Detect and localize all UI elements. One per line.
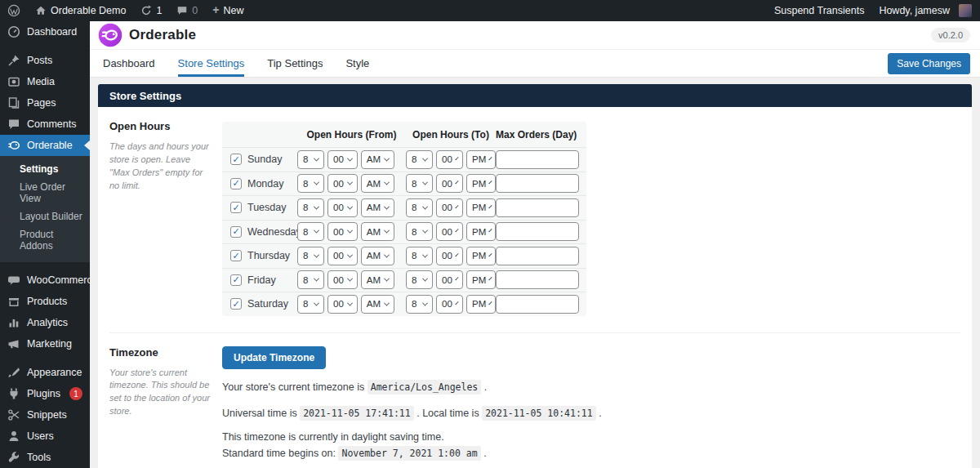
to-ampm-select[interactable]: PM	[466, 270, 496, 289]
to-minute-select[interactable]: 00	[436, 270, 463, 289]
to-minute-select[interactable]: 00	[436, 295, 463, 314]
to-minute-select[interactable]: 00	[436, 150, 463, 169]
to-hour-select[interactable]: 8	[406, 150, 433, 169]
to-ampm-select[interactable]: PM	[466, 174, 496, 193]
from-ampm-select[interactable]: AM	[361, 247, 394, 265]
table-row-thursday: Thursday 8 00 AM 8 00 PM	[222, 243, 586, 268]
main-content: Orderable v0.2.0 Dashboard Store Setting…	[90, 21, 980, 468]
submenu-item-live-order-view[interactable]: Live Order View	[0, 178, 90, 207]
my-account-menu[interactable]: Howdy, jamesw	[871, 0, 980, 21]
from-minute-select[interactable]: 00	[327, 295, 358, 314]
day-checkbox[interactable]	[230, 298, 242, 310]
max-orders-input[interactable]	[496, 270, 579, 289]
media-icon	[7, 75, 20, 88]
from-hour-select[interactable]: 8	[297, 174, 324, 193]
to-ampm-select[interactable]: PM	[466, 150, 496, 169]
day-checkbox[interactable]	[230, 226, 242, 238]
submenu-item-layout-builder[interactable]: Layout Builder	[0, 207, 90, 225]
from-minute-select[interactable]: 00	[327, 222, 358, 241]
tab-dashboard[interactable]: Dashboard	[103, 50, 155, 77]
max-orders-input[interactable]	[496, 174, 579, 193]
day-checkbox[interactable]	[230, 154, 242, 165]
tab-store-settings[interactable]: Store Settings	[178, 50, 245, 77]
sidebar-item-tools[interactable]: Tools	[0, 447, 90, 468]
to-minute-select[interactable]: 00	[436, 247, 463, 265]
sidebar-item-plugins[interactable]: Plugins 1	[0, 383, 90, 404]
day-checkbox[interactable]	[230, 250, 242, 261]
chevron-down-icon	[347, 155, 353, 161]
from-minute-select[interactable]: 00	[327, 150, 358, 169]
day-label: Wednesday	[247, 226, 301, 238]
sidebar-item-analytics[interactable]: Analytics	[0, 312, 90, 333]
max-orders-input[interactable]	[496, 150, 579, 169]
sidebar-item-woocommerce[interactable]: WooCommerce	[0, 270, 90, 291]
sidebar-item-dashboard[interactable]: Dashboard	[0, 21, 90, 42]
to-hour-select[interactable]: 8	[406, 295, 433, 314]
to-ampm-select[interactable]: PM	[466, 295, 496, 314]
to-hour-select[interactable]: 8	[406, 270, 433, 289]
from-hour-select[interactable]: 8	[297, 270, 324, 289]
save-changes-button[interactable]: Save Changes	[888, 53, 970, 74]
sidebar-item-comments[interactable]: Comments	[0, 114, 90, 135]
new-content-menu[interactable]: + New	[205, 0, 251, 21]
tab-style[interactable]: Style	[345, 50, 369, 77]
from-hour-select[interactable]: 8	[297, 198, 324, 217]
sidebar-item-pages[interactable]: Pages	[0, 92, 90, 114]
sidebar-item-appearance[interactable]: Appearance	[0, 362, 90, 383]
to-hour-select[interactable]: 8	[406, 198, 433, 217]
tab-tip-settings[interactable]: Tip Settings	[267, 50, 323, 77]
from-minute-select[interactable]: 00	[327, 198, 358, 217]
submenu-item-product-addons[interactable]: Product Addons	[0, 225, 90, 255]
to-ampm-select[interactable]: PM	[466, 247, 496, 265]
day-checkbox[interactable]	[230, 202, 242, 213]
from-ampm-select[interactable]: AM	[361, 270, 394, 289]
from-ampm-select[interactable]: AM	[361, 222, 394, 241]
from-hour-select[interactable]: 8	[297, 222, 324, 241]
from-ampm-select[interactable]: AM	[361, 174, 394, 193]
to-minute-select[interactable]: 00	[436, 198, 463, 217]
from-hour-select[interactable]: 8	[297, 150, 324, 169]
sidebar-item-label: Appearance	[27, 367, 82, 378]
sidebar-item-marketing[interactable]: Marketing	[0, 333, 90, 354]
max-orders-input[interactable]	[496, 247, 579, 265]
day-checkbox[interactable]	[230, 178, 242, 189]
sidebar-item-orderable[interactable]: Orderable	[0, 135, 90, 156]
to-hour-select[interactable]: 8	[406, 174, 433, 193]
chevron-down-icon	[314, 276, 319, 282]
updates-menu[interactable]: 1	[133, 0, 169, 21]
day-checkbox[interactable]	[230, 274, 242, 286]
comments-menu[interactable]: 0	[169, 0, 205, 21]
sidebar-item-products[interactable]: Products	[0, 291, 90, 312]
to-hour-select[interactable]: 8	[406, 222, 433, 241]
wp-logo-menu[interactable]	[0, 0, 28, 21]
max-orders-input[interactable]	[496, 222, 579, 241]
from-ampm-select[interactable]: AM	[361, 198, 394, 217]
from-minute-select[interactable]: 00	[327, 174, 358, 193]
sidebar-item-label: WooCommerce	[27, 274, 98, 286]
from-minute-select[interactable]: 00	[327, 270, 358, 289]
update-timezone-button[interactable]: Update Timezone	[222, 346, 326, 369]
open-hours-table: Open Hours (From) Open Hours (To) Max Or…	[222, 122, 586, 316]
sidebar-item-snippets[interactable]: Snippets	[0, 404, 90, 426]
sidebar-item-users[interactable]: Users	[0, 426, 90, 447]
from-ampm-select[interactable]: AM	[361, 150, 394, 169]
to-minute-select[interactable]: 00	[436, 222, 463, 241]
from-hour-select[interactable]: 8	[297, 247, 324, 265]
suspend-transients-menu[interactable]: Suspend Transients	[767, 0, 872, 21]
max-orders-input[interactable]	[496, 295, 579, 314]
sidebar-item-posts[interactable]: Posts	[0, 50, 90, 71]
chevron-down-icon	[455, 253, 458, 256]
site-name-menu[interactable]: Orderable Demo	[28, 0, 133, 21]
table-row-sunday: Sunday 8 00 AM 8 00 PM	[222, 147, 586, 172]
to-minute-select[interactable]: 00	[436, 174, 463, 193]
to-ampm-select[interactable]: PM	[466, 222, 496, 241]
from-hour-select[interactable]: 8	[297, 295, 324, 314]
from-ampm-select[interactable]: AM	[361, 295, 394, 314]
chevron-down-icon	[489, 205, 492, 208]
from-minute-select[interactable]: 00	[327, 247, 358, 265]
to-ampm-select[interactable]: PM	[466, 198, 496, 217]
max-orders-input[interactable]	[496, 198, 579, 217]
sidebar-item-media[interactable]: Media	[0, 71, 90, 92]
submenu-item-settings[interactable]: Settings	[0, 160, 90, 178]
to-hour-select[interactable]: 8	[406, 247, 433, 265]
